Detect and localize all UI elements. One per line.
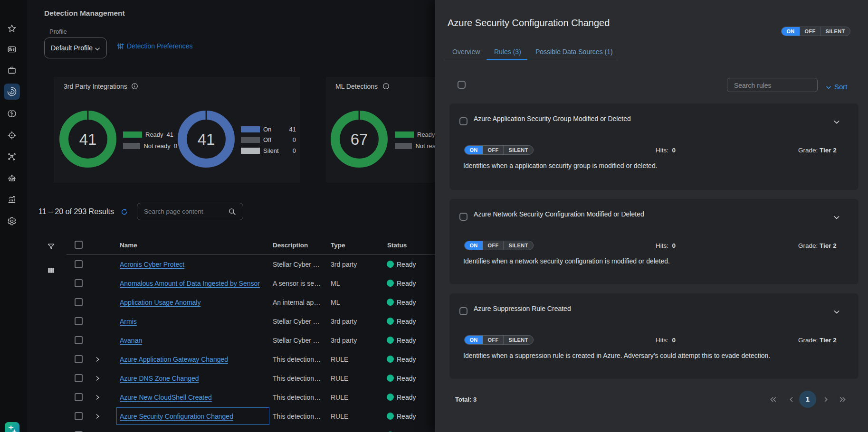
svg-text:67: 67	[351, 131, 368, 148]
svg-text:41: 41	[198, 131, 215, 148]
svg-text:41: 41	[79, 131, 97, 148]
